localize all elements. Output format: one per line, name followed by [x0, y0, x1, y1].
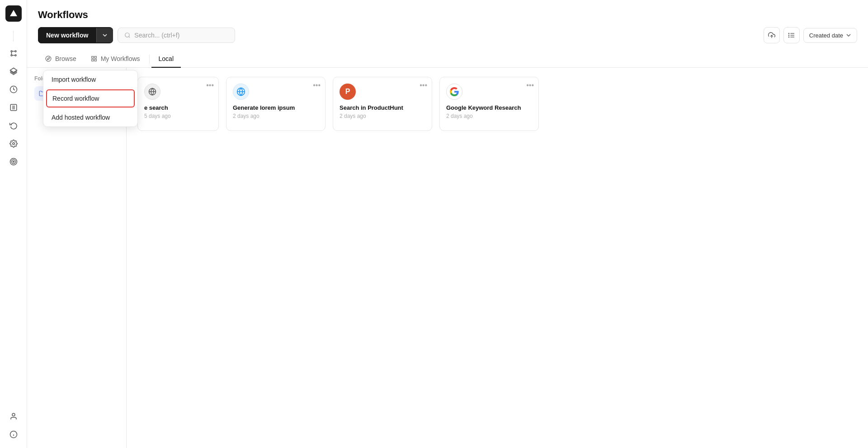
- sidebar-icon-info[interactable]: [5, 426, 22, 443]
- svg-marker-32: [47, 58, 50, 60]
- dropdown-add-hosted-workflow[interactable]: Add hosted workflow: [43, 108, 137, 126]
- svg-point-18: [12, 413, 15, 416]
- sidebar-icon-layers[interactable]: [5, 63, 22, 79]
- workflows-icon: [91, 56, 97, 62]
- new-workflow-main[interactable]: New workflow: [38, 27, 96, 43]
- card-icon-4: [446, 84, 462, 100]
- search-icon: [124, 32, 131, 38]
- sort-label: Created date: [809, 32, 843, 39]
- tab-browse[interactable]: Browse: [38, 51, 84, 68]
- card-menu-2[interactable]: •••: [313, 82, 321, 89]
- svg-point-4: [15, 55, 16, 56]
- search-placeholder[interactable]: Search... (ctrl+f): [134, 32, 179, 39]
- search-bar: Search... (ctrl+f): [118, 28, 235, 43]
- sidebar-icon-clock[interactable]: [5, 81, 22, 98]
- card-menu-1[interactable]: •••: [206, 82, 214, 89]
- main-content: Workflows New workflow Search... (ctrl+f…: [27, 0, 868, 448]
- new-workflow-button[interactable]: New workflow: [38, 27, 113, 43]
- sidebar-icon-workflows[interactable]: [5, 45, 22, 61]
- workflow-card-1[interactable]: ••• e search 5 days ago: [137, 77, 219, 131]
- card-name-2: Generate lorem ipsum: [233, 104, 319, 111]
- svg-point-17: [13, 161, 14, 163]
- tab-browse-label: Browse: [55, 55, 76, 62]
- svg-point-31: [46, 56, 51, 61]
- svg-point-3: [11, 55, 12, 56]
- svg-point-2: [15, 51, 16, 52]
- card-menu-4[interactable]: •••: [526, 82, 534, 89]
- import-workflow-label: Import workflow: [52, 76, 96, 83]
- card-name-1: e search: [144, 104, 212, 111]
- workflow-card-3[interactable]: ••• P Search in ProductHunt 2 days ago: [333, 77, 432, 131]
- card-date-1: 5 days ago: [144, 113, 212, 119]
- dropdown-record-workflow[interactable]: Record workflow: [46, 89, 135, 107]
- tab-my-workflows-label: My Workflows: [101, 55, 140, 62]
- tab-separator: [149, 55, 150, 64]
- card-menu-3[interactable]: •••: [420, 82, 427, 89]
- card-icon-1: [144, 84, 160, 100]
- svg-point-28: [788, 33, 789, 33]
- card-name-4: Google Keyword Research: [446, 104, 532, 111]
- svg-line-23: [129, 37, 130, 38]
- sidebar-divider: [13, 31, 14, 42]
- nav-tabs: Browse My Workflows Local: [27, 51, 868, 68]
- record-workflow-label: Record workflow: [52, 95, 99, 102]
- svg-point-30: [788, 37, 789, 37]
- svg-rect-36: [94, 59, 96, 61]
- svg-rect-34: [94, 56, 96, 58]
- dropdown-import-workflow[interactable]: Import workflow: [43, 70, 137, 89]
- sort-dropdown[interactable]: Created date: [803, 28, 857, 43]
- workflow-card-2[interactable]: ••• Generate lorem ipsum 2 days ago: [226, 77, 326, 131]
- svg-point-29: [788, 35, 789, 35]
- sidebar-icon-settings[interactable]: [5, 135, 22, 152]
- sidebar-icon-history[interactable]: [5, 117, 22, 134]
- tab-local[interactable]: Local: [151, 51, 181, 68]
- card-name-3: Search in ProductHunt: [340, 104, 425, 111]
- svg-point-22: [125, 33, 129, 37]
- cards-area: ••• e search 5 days ago •••: [127, 68, 868, 448]
- svg-point-1: [11, 51, 12, 52]
- sort-icon-button[interactable]: [783, 27, 800, 43]
- compass-icon: [45, 56, 52, 62]
- svg-marker-0: [10, 10, 17, 16]
- card-date-4: 2 days ago: [446, 113, 532, 119]
- sidebar-icon-user[interactable]: [5, 408, 22, 425]
- svg-rect-35: [91, 59, 93, 61]
- page-title: Workflows: [38, 9, 857, 21]
- upload-button[interactable]: [764, 27, 780, 43]
- tab-local-label: Local: [159, 55, 174, 62]
- new-workflow-chevron[interactable]: [96, 28, 113, 42]
- sidebar-icon-list[interactable]: [5, 99, 22, 116]
- svg-point-16: [11, 160, 15, 164]
- toolbar: New workflow Search... (ctrl+f): [38, 27, 857, 43]
- content-area: Folders + New All •••: [27, 68, 868, 448]
- svg-point-14: [12, 143, 14, 145]
- dropdown-menu: Import workflow Record workflow Add host…: [43, 70, 138, 127]
- tab-my-workflows[interactable]: My Workflows: [84, 51, 147, 68]
- sidebar-icon-target[interactable]: [5, 154, 22, 170]
- card-icon-3: P: [340, 84, 356, 100]
- card-icon-2: [233, 84, 249, 100]
- card-date-3: 2 days ago: [340, 113, 425, 119]
- page-header: Workflows New workflow Search... (ctrl+f…: [27, 0, 868, 51]
- card-date-2: 2 days ago: [233, 113, 319, 119]
- toolbar-right: Created date: [764, 27, 857, 43]
- add-hosted-workflow-label: Add hosted workflow: [52, 114, 110, 121]
- sidebar: [0, 0, 27, 448]
- svg-rect-33: [91, 56, 93, 58]
- workflow-card-4[interactable]: ••• Google Keyword Research 2 days ago: [439, 77, 539, 131]
- app-logo[interactable]: [5, 5, 22, 22]
